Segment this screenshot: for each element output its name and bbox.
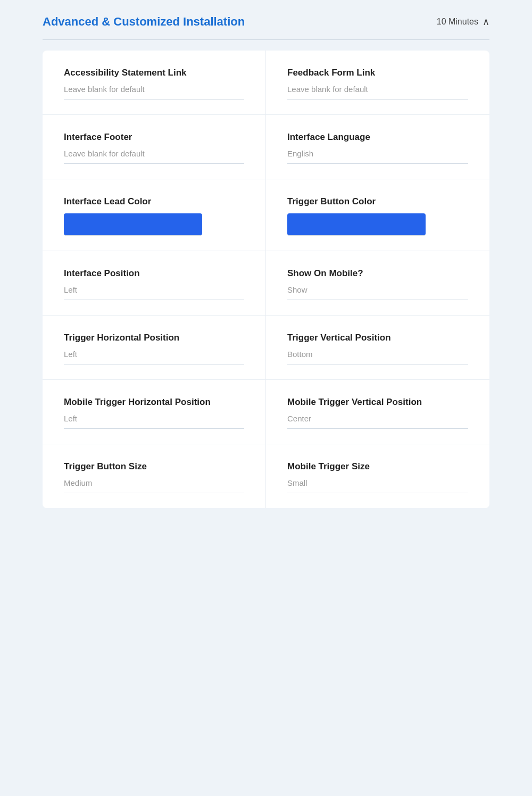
fields-grid: Accessibility Statement LinkLeave blank … [43,51,489,508]
field-value-interface-language: English [287,149,468,164]
field-cell-interface-position: Interface PositionLeft [43,251,266,315]
field-cell-trigger-button-size: Trigger Button SizeMedium [43,444,266,508]
field-value-mobile-trigger-horizontal-position: Left [64,414,244,429]
field-cell-interface-footer: Interface FooterLeave blank for default [43,114,266,179]
color-swatch-trigger-button-color[interactable] [287,213,426,236]
field-label-interface-position: Interface Position [64,268,244,279]
section-header: Advanced & Customized Installation 10 Mi… [0,0,532,39]
field-cell-mobile-trigger-size: Mobile Trigger SizeSmall [266,444,489,508]
field-value-trigger-vertical-position: Bottom [287,350,468,364]
field-cell-feedback-form-link: Feedback Form LinkLeave blank for defaul… [266,51,489,114]
field-cell-interface-lead-color: Interface Lead Color [43,179,266,251]
section-time-container: 10 Minutes ∧ [437,16,489,28]
field-cell-accessibility-statement-link: Accessibility Statement LinkLeave blank … [43,51,266,114]
field-cell-mobile-trigger-vertical-position: Mobile Trigger Vertical PositionCenter [266,379,489,444]
field-cell-trigger-vertical-position: Trigger Vertical PositionBottom [266,315,489,379]
field-label-trigger-horizontal-position: Trigger Horizontal Position [64,333,244,343]
field-label-interface-lead-color: Interface Lead Color [64,196,244,207]
field-cell-interface-language: Interface LanguageEnglish [266,114,489,179]
field-cell-trigger-button-color: Trigger Button Color [266,179,489,251]
field-label-show-on-mobile: Show On Mobile? [287,268,468,279]
field-cell-show-on-mobile: Show On Mobile?Show [266,251,489,315]
page-container: Advanced & Customized Installation 10 Mi… [0,0,532,796]
field-label-trigger-button-size: Trigger Button Size [64,461,244,472]
field-value-mobile-trigger-size: Small [287,478,468,493]
field-label-mobile-trigger-size: Mobile Trigger Size [287,461,468,472]
time-label: 10 Minutes [437,17,478,27]
field-value-feedback-form-link: Leave blank for default [287,85,468,100]
field-label-accessibility-statement-link: Accessibility Statement Link [64,68,244,78]
chevron-up-icon[interactable]: ∧ [483,16,489,28]
field-value-interface-footer: Leave blank for default [64,149,244,164]
field-cell-trigger-horizontal-position: Trigger Horizontal PositionLeft [43,315,266,379]
field-value-mobile-trigger-vertical-position: Center [287,414,468,429]
field-value-trigger-button-size: Medium [64,478,244,493]
field-cell-mobile-trigger-horizontal-position: Mobile Trigger Horizontal PositionLeft [43,379,266,444]
color-swatch-interface-lead-color[interactable] [64,213,202,236]
field-label-interface-language: Interface Language [287,132,468,143]
settings-card: Accessibility Statement LinkLeave blank … [43,51,489,508]
field-value-interface-position: Left [64,285,244,300]
field-label-mobile-trigger-horizontal-position: Mobile Trigger Horizontal Position [64,397,244,408]
field-label-mobile-trigger-vertical-position: Mobile Trigger Vertical Position [287,397,468,408]
field-value-show-on-mobile: Show [287,285,468,300]
field-label-interface-footer: Interface Footer [64,132,244,143]
field-value-accessibility-statement-link: Leave blank for default [64,85,244,100]
field-label-feedback-form-link: Feedback Form Link [287,68,468,78]
field-label-trigger-vertical-position: Trigger Vertical Position [287,333,468,343]
header-divider [43,39,489,40]
field-value-trigger-horizontal-position: Left [64,350,244,364]
section-title: Advanced & Customized Installation [43,15,245,29]
field-label-trigger-button-color: Trigger Button Color [287,196,468,207]
